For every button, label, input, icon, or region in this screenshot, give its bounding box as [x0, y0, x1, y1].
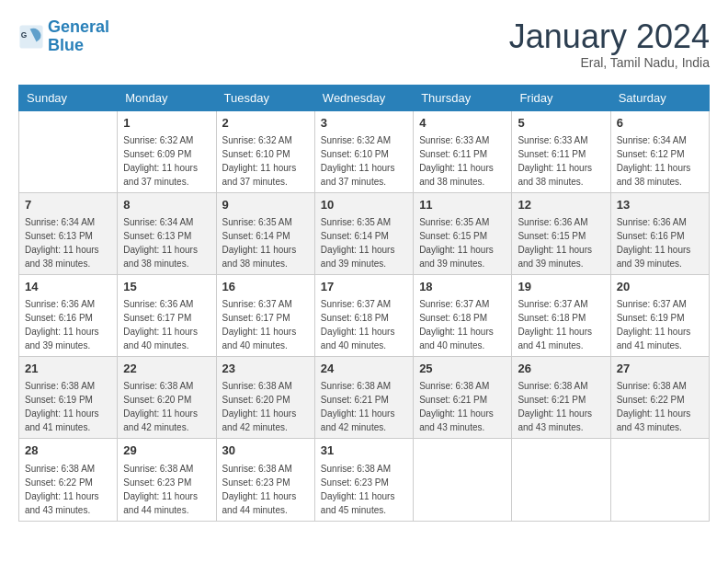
- day-number: 4: [419, 115, 506, 132]
- day-number: 15: [123, 279, 210, 295]
- day-info: Sunrise: 6:38 AMSunset: 6:20 PMDaylight:…: [222, 379, 309, 434]
- day-number: 13: [617, 197, 703, 213]
- day-info: Sunrise: 6:36 AMSunset: 6:16 PMDaylight:…: [617, 215, 703, 270]
- calendar-cell: 26Sunrise: 6:38 AMSunset: 6:21 PMDayligh…: [512, 357, 610, 439]
- day-number: 9: [222, 197, 309, 213]
- calendar-cell: 11Sunrise: 6:35 AMSunset: 6:15 PMDayligh…: [414, 192, 512, 274]
- day-number: 30: [222, 442, 309, 459]
- day-number: 12: [518, 197, 604, 213]
- day-number: 17: [321, 279, 407, 295]
- day-info: Sunrise: 6:32 AMSunset: 6:10 PMDaylight:…: [321, 133, 407, 189]
- logo: G General Blue: [18, 18, 109, 55]
- calendar-cell: 2Sunrise: 6:32 AMSunset: 6:10 PMDaylight…: [216, 110, 314, 192]
- page-header: G General Blue January 2024 Eral, Tamil …: [18, 18, 710, 70]
- calendar-cell: 18Sunrise: 6:37 AMSunset: 6:18 PMDayligh…: [414, 274, 512, 356]
- calendar-cell: [610, 439, 709, 521]
- day-number: 24: [321, 361, 407, 377]
- day-info: Sunrise: 6:32 AMSunset: 6:10 PMDaylight:…: [222, 133, 309, 189]
- calendar-cell: 17Sunrise: 6:37 AMSunset: 6:18 PMDayligh…: [314, 274, 413, 356]
- calendar-cell: 24Sunrise: 6:38 AMSunset: 6:21 PMDayligh…: [314, 357, 413, 439]
- day-number: 16: [222, 279, 309, 295]
- day-info: Sunrise: 6:38 AMSunset: 6:23 PMDaylight:…: [222, 462, 309, 517]
- day-info: Sunrise: 6:37 AMSunset: 6:18 PMDaylight:…: [321, 297, 407, 352]
- day-number: 11: [419, 197, 506, 213]
- calendar-cell: 1Sunrise: 6:32 AMSunset: 6:09 PMDaylight…: [118, 110, 216, 192]
- month-title: January 2024: [509, 18, 710, 55]
- calendar-week-5: 28Sunrise: 6:38 AMSunset: 6:22 PMDayligh…: [19, 439, 710, 521]
- calendar-week-4: 21Sunrise: 6:38 AMSunset: 6:19 PMDayligh…: [19, 357, 710, 439]
- day-info: Sunrise: 6:38 AMSunset: 6:20 PMDaylight:…: [123, 379, 210, 434]
- day-number: 3: [321, 115, 407, 132]
- logo-text: General Blue: [48, 18, 109, 55]
- day-number: 28: [25, 442, 111, 459]
- calendar-cell: 22Sunrise: 6:38 AMSunset: 6:20 PMDayligh…: [118, 357, 216, 439]
- header-thursday: Thursday: [414, 85, 512, 110]
- calendar-cell: 3Sunrise: 6:32 AMSunset: 6:10 PMDaylight…: [314, 110, 413, 192]
- day-number: 21: [25, 361, 111, 377]
- calendar-cell: 27Sunrise: 6:38 AMSunset: 6:22 PMDayligh…: [610, 357, 709, 439]
- calendar-cell: 19Sunrise: 6:37 AMSunset: 6:18 PMDayligh…: [512, 274, 610, 356]
- day-info: Sunrise: 6:38 AMSunset: 6:23 PMDaylight:…: [321, 462, 407, 517]
- day-info: Sunrise: 6:33 AMSunset: 6:11 PMDaylight:…: [419, 133, 506, 189]
- day-info: Sunrise: 6:35 AMSunset: 6:14 PMDaylight:…: [321, 215, 407, 270]
- day-number: 7: [25, 197, 111, 213]
- calendar-table: SundayMondayTuesdayWednesdayThursdayFrid…: [18, 85, 710, 522]
- calendar-cell: 5Sunrise: 6:33 AMSunset: 6:11 PMDaylight…: [512, 110, 610, 192]
- day-number: 27: [617, 361, 703, 377]
- day-number: 20: [617, 279, 703, 295]
- calendar-cell: 31Sunrise: 6:38 AMSunset: 6:23 PMDayligh…: [314, 439, 413, 521]
- day-number: 8: [123, 197, 210, 213]
- day-info: Sunrise: 6:37 AMSunset: 6:18 PMDaylight:…: [419, 297, 506, 352]
- calendar-cell: [414, 439, 512, 521]
- calendar-cell: 7Sunrise: 6:34 AMSunset: 6:13 PMDaylight…: [19, 192, 118, 274]
- header-wednesday: Wednesday: [314, 85, 413, 110]
- day-info: Sunrise: 6:38 AMSunset: 6:21 PMDaylight:…: [321, 379, 407, 434]
- day-number: 22: [123, 361, 210, 377]
- day-number: 14: [25, 279, 111, 295]
- header-monday: Monday: [118, 85, 216, 110]
- calendar-cell: 13Sunrise: 6:36 AMSunset: 6:16 PMDayligh…: [610, 192, 709, 274]
- day-number: 6: [617, 115, 703, 132]
- header-saturday: Saturday: [610, 85, 709, 110]
- calendar-cell: 15Sunrise: 6:36 AMSunset: 6:17 PMDayligh…: [118, 274, 216, 356]
- location-subtitle: Eral, Tamil Nadu, India: [509, 55, 710, 70]
- logo-line2: Blue: [48, 36, 84, 54]
- header-friday: Friday: [512, 85, 610, 110]
- calendar-week-1: 1Sunrise: 6:32 AMSunset: 6:09 PMDaylight…: [19, 110, 710, 192]
- title-area: January 2024 Eral, Tamil Nadu, India: [509, 18, 710, 70]
- day-info: Sunrise: 6:36 AMSunset: 6:15 PMDaylight:…: [518, 215, 604, 270]
- calendar-cell: [19, 110, 118, 192]
- logo-icon: G: [18, 24, 44, 50]
- day-info: Sunrise: 6:35 AMSunset: 6:15 PMDaylight:…: [419, 215, 506, 270]
- day-info: Sunrise: 6:37 AMSunset: 6:19 PMDaylight:…: [617, 297, 703, 352]
- day-info: Sunrise: 6:38 AMSunset: 6:22 PMDaylight:…: [617, 379, 703, 434]
- day-info: Sunrise: 6:38 AMSunset: 6:21 PMDaylight:…: [419, 379, 506, 434]
- day-number: 23: [222, 361, 309, 377]
- day-number: 25: [419, 361, 506, 377]
- day-info: Sunrise: 6:33 AMSunset: 6:11 PMDaylight:…: [518, 133, 604, 189]
- calendar-cell: [512, 439, 610, 521]
- day-number: 26: [518, 361, 604, 377]
- day-info: Sunrise: 6:38 AMSunset: 6:22 PMDaylight:…: [25, 462, 111, 517]
- day-info: Sunrise: 6:37 AMSunset: 6:17 PMDaylight:…: [222, 297, 309, 352]
- header-sunday: Sunday: [19, 85, 118, 110]
- svg-text:G: G: [21, 30, 28, 40]
- day-info: Sunrise: 6:34 AMSunset: 6:13 PMDaylight:…: [25, 215, 111, 270]
- calendar-cell: 10Sunrise: 6:35 AMSunset: 6:14 PMDayligh…: [314, 192, 413, 274]
- calendar-cell: 9Sunrise: 6:35 AMSunset: 6:14 PMDaylight…: [216, 192, 314, 274]
- day-info: Sunrise: 6:32 AMSunset: 6:09 PMDaylight:…: [123, 133, 210, 189]
- day-info: Sunrise: 6:36 AMSunset: 6:16 PMDaylight:…: [25, 297, 111, 352]
- day-number: 2: [222, 115, 309, 132]
- day-number: 5: [518, 115, 604, 132]
- calendar-cell: 29Sunrise: 6:38 AMSunset: 6:23 PMDayligh…: [118, 439, 216, 521]
- day-number: 18: [419, 279, 506, 295]
- day-info: Sunrise: 6:34 AMSunset: 6:13 PMDaylight:…: [123, 215, 210, 270]
- day-info: Sunrise: 6:38 AMSunset: 6:21 PMDaylight:…: [518, 379, 604, 434]
- day-number: 1: [123, 115, 210, 132]
- day-info: Sunrise: 6:34 AMSunset: 6:12 PMDaylight:…: [617, 133, 703, 189]
- calendar-cell: 6Sunrise: 6:34 AMSunset: 6:12 PMDaylight…: [610, 110, 709, 192]
- logo-line1: General: [48, 17, 109, 36]
- calendar-cell: 25Sunrise: 6:38 AMSunset: 6:21 PMDayligh…: [414, 357, 512, 439]
- day-number: 10: [321, 197, 407, 213]
- day-info: Sunrise: 6:37 AMSunset: 6:18 PMDaylight:…: [518, 297, 604, 352]
